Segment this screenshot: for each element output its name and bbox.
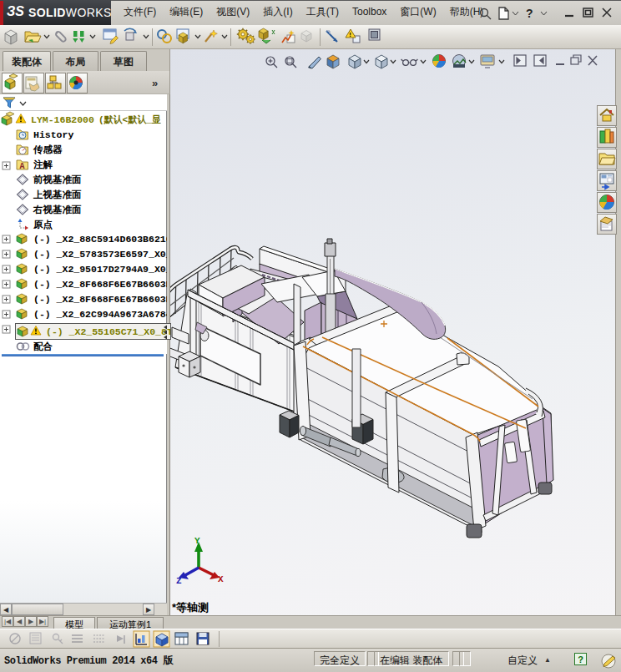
svg-text:注解: 注解 (33, 159, 53, 170)
svg-text:(-) _X2_8F668F6E67B6603B62: (-) _X2_8F668F6E67B6603B62 (33, 279, 167, 290)
svg-text:(-) _X2_88C5914D603B6210_1: (-) _X2_88C5914D603B6210_1 (33, 234, 167, 245)
svg-text:Y: Y (194, 536, 200, 546)
svg-text:LYM-16B2000: LYM-16B2000 (31, 114, 94, 125)
svg-text:X: X (218, 574, 224, 584)
svg-text:*等轴测: *等轴测 (172, 601, 209, 614)
svg-text:A: A (20, 162, 25, 171)
svg-text:Z: Z (176, 576, 182, 586)
svg-text:?: ? (526, 7, 533, 20)
svg-text:配合: 配合 (33, 341, 53, 352)
svg-text:(-) _X2_62C994A9673A6784_1: (-) _X2_62C994A9673A6784_1 (33, 309, 167, 320)
svg-text:(-) _X2_5783573E6597_X0_<1: (-) _X2_5783573E6597_X0_<1 (33, 249, 167, 260)
svg-text:(-) _X2_95017D2794A9_X0_<1: (-) _X2_95017D2794A9_X0_<1 (33, 264, 167, 275)
svg-text:前视基准面: 前视基准面 (33, 174, 82, 185)
svg-text:(-) _X2_8F668F6E67B6603B62: (-) _X2_8F668F6E67B6603B62 (33, 294, 167, 305)
svg-text:上视基准面: 上视基准面 (33, 189, 82, 200)
svg-text:(-) _X2_55105C71_X0_8T_: (-) _X2_55105C71_X0_8T_ (46, 326, 170, 337)
svg-text:右视基准面: 右视基准面 (33, 205, 82, 215)
svg-text:History: History (33, 129, 73, 140)
svg-text:(默认<默认_显: (默认<默认_显 (98, 114, 161, 125)
svg-text:原点: 原点 (33, 220, 53, 230)
svg-text:传感器: 传感器 (33, 144, 63, 155)
svg-text:»: » (152, 77, 158, 89)
svg-text:!: ! (349, 31, 351, 38)
